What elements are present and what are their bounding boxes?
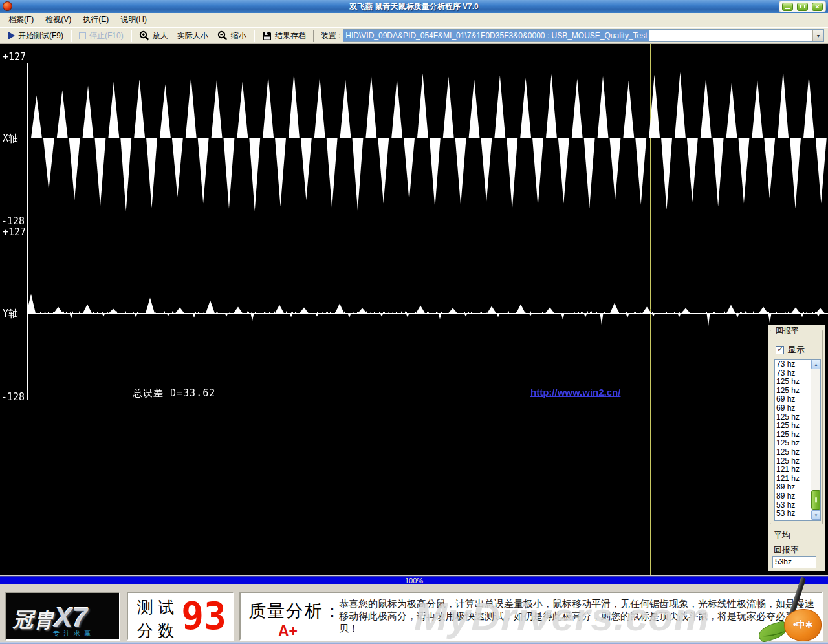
scrollbar-thumb[interactable] [811, 490, 821, 510]
rate-item[interactable]: 121 hz [776, 466, 810, 475]
rate-item[interactable]: 125 hz [776, 378, 810, 387]
rate-item[interactable]: 125 hz [776, 431, 810, 440]
magnifier-plus-icon [139, 30, 149, 41]
brand-logo-text: 冠胄 [13, 608, 54, 631]
quality-analysis-label: 质量分析： [248, 599, 342, 623]
website-link[interactable]: http://www.win2.cn/ [530, 387, 620, 398]
menu-view[interactable]: 检视(V) [39, 13, 77, 27]
zoom-out-button[interactable]: 缩小 [213, 29, 251, 43]
close-icon: × [815, 3, 819, 10]
progress-bar: 100% [0, 576, 828, 584]
save-results-button[interactable]: 结果存档 [257, 29, 310, 43]
report-rate-groupbox: 回报率 ✓ 显示 73 hz73 hz125 hz125 hz69 hz69 h… [770, 330, 823, 524]
close-button[interactable]: × [812, 3, 823, 11]
magnifier-minus-icon [217, 30, 228, 41]
actual-size-button[interactable]: 实际大小 [173, 29, 213, 43]
test-score-value: 93 [181, 594, 226, 638]
score-label-line1: 测试 [137, 597, 179, 618]
actual-size-label: 实际大小 [177, 30, 208, 41]
rate-listbox[interactable]: 73 hz73 hz125 hz125 hz69 hz69 hz125 hz12… [774, 359, 821, 521]
rate-item[interactable]: 53 hz [776, 510, 810, 519]
show-checkbox[interactable]: ✓ [776, 346, 784, 354]
toolbar-separator [131, 30, 132, 42]
minimize-button[interactable] [782, 3, 793, 11]
quality-analysis-text: 恭喜您的鼠标为极高分鼠，计算出总误差量极小，鼠标移动平滑，无任何锯齿现象，光标线… [339, 597, 819, 634]
zoom-in-button[interactable]: 放大 [135, 29, 173, 43]
check-icon: ✓ [777, 345, 783, 354]
stop-icon [79, 32, 86, 39]
chevron-down-icon[interactable]: ▼ [812, 30, 823, 41]
rate-list-scrollbar[interactable]: ▲ ▼ [811, 360, 820, 520]
average-rate-field[interactable]: 53hz [772, 556, 816, 568]
thumb-grip [815, 497, 817, 503]
y-axis-min-label: -128 [1, 391, 25, 403]
brand-slogan: 专注求赢 [53, 629, 94, 638]
device-combobox[interactable]: HID\VID_09DA&PID_054F&MI_01\7&1F0D35F3&0… [343, 29, 824, 42]
rate-item[interactable]: 69 hz [776, 395, 810, 404]
zoom-in-label: 放大 [153, 30, 168, 41]
rate-item[interactable]: 125 hz [776, 413, 810, 422]
brand-logo-x7: X7 [54, 602, 87, 632]
score-label-line2: 分数 [137, 620, 179, 641]
floppy-disk-icon [262, 31, 272, 41]
toolbar-separator [71, 30, 72, 42]
rate-item[interactable]: 89 hz [776, 483, 810, 492]
menu-bar: 档案(F) 检视(V) 执行(E) 说明(H) [0, 13, 828, 27]
quality-grade: A+ [278, 623, 298, 640]
brand-logo-box: 冠胄X7 专注求赢 [5, 592, 120, 641]
rate-item[interactable]: 69 hz [776, 404, 810, 413]
rate-item[interactable]: 121 hz [776, 475, 810, 484]
toolbar-separator [254, 30, 255, 42]
title-bar: 双飞燕 鼠青天鼠标质量分析程序 V7.0 × [0, 0, 828, 13]
stop-label: 停止(F10) [89, 30, 124, 41]
rate-item[interactable]: 125 hz [776, 439, 810, 448]
rate-item[interactable]: 125 hz [776, 422, 810, 431]
average-label-line1: 平均 [774, 530, 790, 541]
save-results-label: 结果存档 [275, 30, 306, 41]
rate-list: 73 hz73 hz125 hz125 hz69 hz69 hz125 hz12… [776, 360, 810, 519]
scroll-down-icon[interactable]: ▼ [811, 510, 821, 520]
rate-item[interactable]: 73 hz [776, 360, 810, 369]
minimize-icon [785, 8, 790, 9]
result-panel: 冠胄X7 专注求赢 测试 分数 93 质量分析： A+ 恭喜您的鼠标为极高分鼠，… [0, 584, 828, 644]
app-window: 双飞燕 鼠青天鼠标质量分析程序 V7.0 × 档案(F) 检视(V) 执行(E)… [0, 0, 828, 644]
device-label: 装置 : [321, 30, 341, 41]
show-checkbox-label: 显示 [788, 344, 805, 356]
average-label-line2: 回报率 [774, 544, 799, 556]
waveform-canvas [0, 44, 828, 575]
device-selected-value: HID\VID_09DA&PID_054F&MI_01\7&1F0D35F3&0… [343, 30, 649, 41]
restore-icon [800, 5, 805, 8]
rate-item[interactable]: 73 hz [776, 369, 810, 378]
menu-help[interactable]: 说明(H) [114, 13, 153, 27]
window-title: 双飞燕 鼠青天鼠标质量分析程序 V7.0 [0, 1, 828, 12]
total-error-readout: 总误差 D=33.62 [133, 387, 215, 400]
report-rate-panel: 回报率 ✓ 显示 73 hz73 hz125 hz125 hz69 hz69 h… [768, 325, 825, 571]
play-icon [8, 32, 15, 39]
rate-item[interactable]: 53 hz [776, 501, 810, 510]
toolbar-separator [313, 30, 314, 42]
window-controls: × [779, 1, 826, 12]
start-test-button[interactable]: 开始测试(F9) [4, 29, 68, 43]
start-test-label: 开始测试(F9) [18, 30, 63, 41]
stop-button[interactable]: 停止(F10) [74, 29, 128, 43]
test-score-box: 测试 分数 93 [127, 592, 234, 641]
y-axis-title: Y轴 [3, 308, 18, 320]
y-axis-max-label: +127 [3, 226, 26, 238]
menu-file[interactable]: 档案(F) [3, 13, 39, 27]
restore-button[interactable] [797, 3, 808, 11]
x-axis-title: X轴 [3, 133, 18, 145]
x-axis-max-label: +127 [3, 51, 26, 63]
menu-run[interactable]: 执行(E) [77, 13, 114, 27]
scroll-up-icon[interactable]: ▲ [811, 360, 821, 369]
toolbar: 开始测试(F9) 停止(F10) 放大 实际大小 缩小 [0, 27, 828, 44]
rate-item[interactable]: 125 hz [776, 457, 810, 466]
rate-item[interactable]: 89 hz [776, 492, 810, 501]
zoom-out-label: 缩小 [231, 30, 246, 41]
quality-analysis-box: 质量分析： A+ 恭喜您的鼠标为极高分鼠，计算出总误差量极小，鼠标移动平滑，无任… [239, 592, 823, 641]
rate-item[interactable]: 125 hz [776, 448, 810, 457]
rate-item[interactable]: 125 hz [776, 387, 810, 396]
x-axis-min-label: -128 [1, 215, 25, 227]
report-rate-group-title: 回报率 [774, 325, 801, 336]
